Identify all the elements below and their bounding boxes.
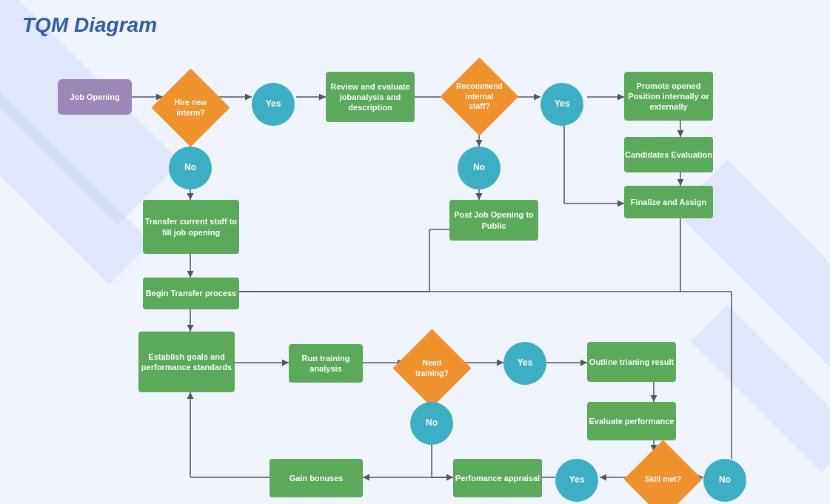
- outline-shape: Outline trianing result: [587, 342, 676, 382]
- recommend-diamond: Recommend internal staff?: [440, 57, 518, 135]
- run-training-shape: Run training analysis: [289, 344, 363, 383]
- yes3-circle: Yes: [503, 342, 546, 385]
- promote-shape: Promote opened Position internally or ex…: [624, 72, 713, 121]
- review-eval-shape: Review and evaluate jobanalysis and desc…: [326, 72, 415, 122]
- recommend-label: Recommend internal staff?: [452, 78, 507, 115]
- yes4-circle: Yes: [555, 459, 598, 502]
- yes1-circle: Yes: [252, 83, 295, 126]
- skill-met-diamond: Skill met?: [623, 440, 702, 504]
- gain-bonuses-shape: Gain bonuses: [270, 459, 363, 497]
- finalize-shape: Finalize and Assign: [624, 186, 713, 218]
- establish-shape: Establish goals and performance standard…: [138, 332, 235, 392]
- job-opening-shape: Job Opening: [58, 79, 132, 115]
- no2-circle: No: [458, 147, 501, 189]
- hire-new-label: Hire new interm?: [163, 95, 218, 121]
- begin-transfer-shape: Begin Transfer process: [143, 278, 239, 309]
- no4-circle: No: [703, 459, 746, 502]
- transfer-staff-shape: Transfer current staff to fill job openi…: [143, 200, 239, 254]
- evaluate-shape: Evaluate performance: [587, 402, 676, 440]
- post-job-shape: Post Job Opening to Public: [449, 200, 538, 241]
- need-training-diamond: Need training?: [392, 329, 471, 407]
- page-title: TQM Diagram: [22, 13, 157, 37]
- no3-circle: No: [410, 402, 453, 445]
- yes2-circle: Yes: [540, 83, 583, 126]
- skill-met-label: Skill met?: [642, 471, 685, 488]
- need-training-label: Need training?: [404, 355, 460, 381]
- candidates-shape: Candidates Evaluation: [624, 137, 713, 172]
- no1-circle: No: [169, 147, 212, 189]
- hire-new-diamond: Hire new interm?: [151, 68, 230, 147]
- performance-shape: Perfomance appraisal: [453, 459, 542, 497]
